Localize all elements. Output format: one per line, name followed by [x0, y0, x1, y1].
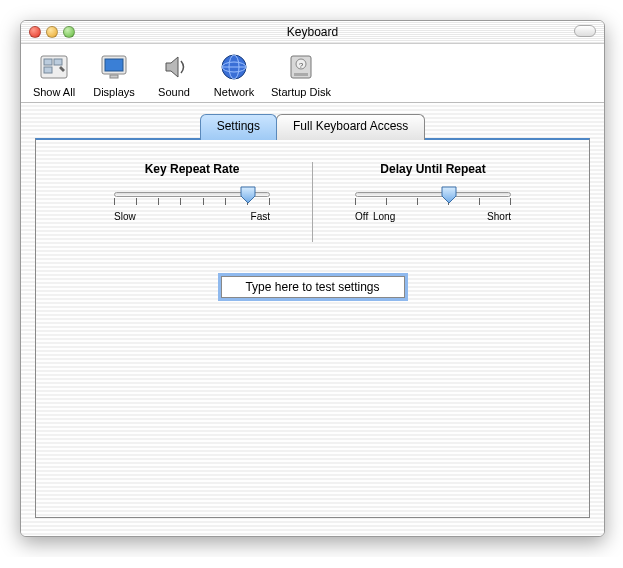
- zoom-button[interactable]: [63, 26, 75, 38]
- svg-text:?: ?: [299, 61, 304, 70]
- test-field-row: [66, 276, 559, 298]
- startup-disk-icon: ?: [284, 50, 318, 84]
- toolbar: Show All Displays Sound: [21, 44, 604, 103]
- traffic-lights: [21, 26, 75, 38]
- test-settings-input[interactable]: [221, 276, 405, 298]
- toolbar-item-network[interactable]: Network: [211, 50, 257, 98]
- show-all-icon: [37, 50, 71, 84]
- toolbar-item-displays[interactable]: Displays: [91, 50, 137, 98]
- window-title: Keyboard: [21, 25, 604, 39]
- toolbar-toggle-button[interactable]: [574, 25, 596, 37]
- toolbar-item-label: Startup Disk: [271, 86, 331, 98]
- preferences-window: Keyboard Show All: [20, 20, 605, 537]
- key-repeat-thumb[interactable]: [240, 186, 256, 204]
- tabs: Settings Full Keyboard Access: [35, 113, 590, 139]
- long-label: Long: [373, 211, 395, 222]
- key-repeat-block: Key Repeat Rate: [72, 162, 312, 242]
- toolbar-item-label: Network: [214, 86, 254, 98]
- toolbar-item-label: Sound: [158, 86, 190, 98]
- svg-rect-13: [294, 73, 308, 76]
- fast-label: Fast: [251, 211, 270, 222]
- toolbar-item-show-all[interactable]: Show All: [31, 50, 77, 98]
- slider-track-line: [355, 192, 511, 197]
- tab-full-keyboard-access[interactable]: Full Keyboard Access: [276, 114, 425, 140]
- toolbar-item-label: Displays: [93, 86, 135, 98]
- svg-rect-1: [44, 59, 52, 65]
- minimize-button[interactable]: [46, 26, 58, 38]
- sound-icon: [157, 50, 191, 84]
- key-repeat-slider[interactable]: [114, 192, 270, 197]
- svg-rect-6: [110, 75, 118, 78]
- settings-panel: Key Repeat Rate: [35, 138, 590, 518]
- toolbar-item-sound[interactable]: Sound: [151, 50, 197, 98]
- svg-rect-3: [44, 67, 52, 73]
- tab-settings[interactable]: Settings: [200, 114, 277, 140]
- delay-block: Delay Until Repeat: [313, 162, 553, 242]
- toolbar-item-label: Show All: [33, 86, 75, 98]
- network-icon: [217, 50, 251, 84]
- sliders-row: Key Repeat Rate: [66, 162, 559, 242]
- close-button[interactable]: [29, 26, 41, 38]
- short-label: Short: [487, 211, 511, 222]
- svg-rect-2: [54, 59, 62, 65]
- content-area: Settings Full Keyboard Access Key Repeat…: [21, 103, 604, 536]
- displays-icon: [97, 50, 131, 84]
- toolbar-item-startup-disk[interactable]: ? Startup Disk: [271, 50, 331, 98]
- slow-label: Slow: [114, 211, 136, 222]
- titlebar[interactable]: Keyboard: [21, 21, 604, 44]
- key-repeat-labels: Slow Fast: [114, 211, 270, 222]
- svg-rect-5: [105, 59, 123, 71]
- delay-slider[interactable]: [355, 192, 511, 197]
- delay-title: Delay Until Repeat: [323, 162, 543, 176]
- delay-labels: Off Long Short: [355, 211, 511, 222]
- delay-thumb[interactable]: [441, 186, 457, 204]
- off-label: Off: [355, 211, 368, 222]
- key-repeat-title: Key Repeat Rate: [82, 162, 302, 176]
- slider-ticks: [355, 198, 511, 205]
